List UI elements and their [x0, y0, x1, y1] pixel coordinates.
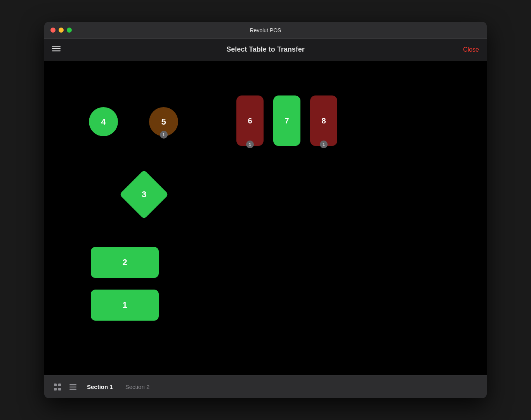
menu-icon[interactable] [52, 44, 61, 55]
svg-rect-6 [58, 388, 61, 390]
title-bar-text: Revolut POS [250, 27, 281, 33]
table-t3[interactable]: 3 [119, 170, 168, 219]
table-t6[interactable]: 61 [236, 95, 264, 146]
tab-section-2[interactable]: Section 2 [120, 380, 155, 393]
app-bar: Select Table to Transfer Close [44, 39, 487, 61]
window-minimize-btn[interactable] [59, 28, 64, 33]
tab-bar: Section 1 Section 2 [44, 375, 487, 398]
svg-rect-9 [69, 389, 76, 390]
table-t5[interactable]: 51 [149, 107, 178, 136]
grid-view-button[interactable] [50, 380, 64, 394]
svg-rect-4 [58, 384, 61, 386]
title-bar: Revolut POS [44, 22, 487, 39]
svg-rect-0 [52, 46, 61, 47]
app-window: Revolut POS Select Table to Transfer Clo… [44, 22, 487, 398]
table-t8[interactable]: 81 [310, 95, 337, 146]
table-t2[interactable]: 2 [91, 247, 159, 278]
table-t1[interactable]: 1 [91, 290, 159, 321]
tab-section-1[interactable]: Section 1 [82, 380, 118, 393]
svg-rect-8 [69, 386, 76, 387]
window-controls [50, 28, 72, 33]
table-t4[interactable]: 4 [89, 107, 118, 136]
window-close-btn[interactable] [50, 28, 56, 33]
svg-rect-5 [54, 388, 57, 390]
svg-rect-1 [52, 48, 61, 49]
svg-rect-2 [52, 50, 61, 51]
svg-rect-3 [54, 384, 57, 386]
canvas-area: 45132161781 [44, 61, 487, 375]
list-view-button[interactable] [66, 380, 80, 394]
close-button[interactable]: Close [463, 46, 479, 53]
table-t7[interactable]: 7 [273, 95, 300, 146]
svg-rect-7 [69, 384, 76, 385]
window-maximize-btn[interactable] [67, 28, 72, 33]
page-title: Select Table to Transfer [226, 45, 305, 54]
